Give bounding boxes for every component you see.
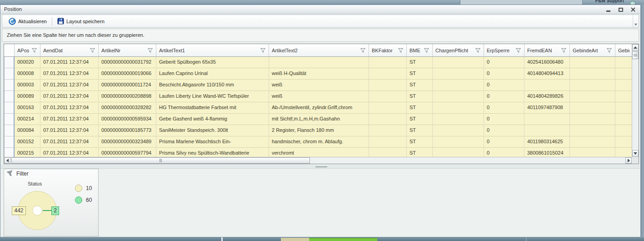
cell[interactable]: 07.01.2011 12:37:04 (40, 68, 99, 80)
cell[interactable]: ST (407, 136, 433, 148)
row-selector[interactable] (4, 136, 15, 148)
cell[interactable] (615, 125, 632, 136)
cell[interactable]: weiß H-Qualität (269, 68, 369, 80)
cell[interactable]: weiß (269, 91, 369, 102)
row-selector[interactable] (4, 91, 15, 102)
filter-icon[interactable] (90, 48, 95, 53)
cell[interactable]: Ab-/Umstellventil, zylindr.Griff,chrom (269, 102, 369, 114)
cell[interactable]: 4011980314625 (524, 136, 570, 148)
cell[interactable] (369, 136, 407, 148)
cell[interactable] (570, 91, 615, 102)
scroll-left-button[interactable] (4, 157, 10, 164)
cell[interactable]: 000000000000208898 (99, 91, 156, 102)
cell[interactable] (615, 136, 632, 148)
cell[interactable] (570, 57, 615, 68)
cell[interactable]: 000000000000595934 (99, 114, 156, 125)
horizontal-scrollbar[interactable] (4, 157, 632, 164)
cell[interactable]: Beschicht.Abgasrohr 110/150 mm (156, 80, 269, 91)
cell[interactable]: Prisma Marlene Waschtisch Ein- (156, 136, 269, 148)
cell[interactable] (433, 57, 484, 68)
column-header-erpsperre[interactable]: ErpSperre (484, 44, 524, 56)
cell[interactable]: 0 (484, 68, 524, 80)
column-header-bme[interactable]: BME (407, 44, 433, 56)
cell[interactable]: ST (407, 80, 433, 91)
horizontal-splitter[interactable] (0, 165, 640, 168)
row-selector[interactable] (4, 148, 15, 158)
legend-item-status-10[interactable]: 10 (75, 185, 92, 192)
cell[interactable]: ST (407, 68, 433, 80)
column-header-artikelnr[interactable]: ArtikelNr (99, 44, 156, 56)
cell[interactable]: 000215 (15, 148, 40, 158)
vertical-scroll-thumb[interactable] (632, 51, 639, 59)
cell[interactable]: SaniMeister Standspeich. 300lt (156, 125, 269, 136)
row-selector[interactable] (4, 114, 15, 125)
scroll-down-button[interactable] (632, 150, 639, 157)
cell[interactable] (369, 80, 407, 91)
cell[interactable]: 0 (484, 80, 524, 91)
cell[interactable]: 07.01.2011 12:37:04 (40, 57, 99, 68)
cell[interactable]: Prisma Silvy neu Spültisch-Wandbatterie (156, 148, 269, 158)
table-row[interactable]: 00021407.01.2011 12:37:04000000000000595… (4, 114, 632, 125)
filter-icon[interactable] (398, 48, 404, 53)
cell[interactable] (369, 68, 407, 80)
filter-icon[interactable] (147, 48, 153, 53)
cell[interactable]: 0 (484, 125, 524, 136)
cell[interactable]: 3800861015024 (524, 148, 570, 158)
filter-icon[interactable] (424, 48, 429, 53)
cell[interactable]: weiß (269, 80, 369, 91)
cell[interactable]: ST (407, 91, 433, 102)
cell[interactable] (433, 68, 484, 80)
cell[interactable] (369, 91, 407, 102)
table-row[interactable]: 00000807.01.2011 12:37:04000000000000019… (4, 68, 632, 80)
cell[interactable] (433, 136, 484, 148)
cell[interactable] (570, 148, 615, 158)
cell[interactable]: ST (407, 125, 433, 136)
filter-icon[interactable] (260, 48, 266, 53)
cell[interactable]: handmischer, chrom m. Ablaufg. (269, 136, 369, 148)
cell[interactable]: 0 (484, 114, 524, 125)
cell[interactable] (570, 68, 615, 80)
group-by-panel[interactable]: Ziehen Sie eine Spalte hier her um nach … (2, 29, 639, 42)
table-row[interactable]: 00016307.01.2011 12:37:04000000000000328… (4, 102, 632, 114)
cell[interactable] (570, 136, 615, 148)
filter-icon[interactable] (31, 48, 37, 53)
cell[interactable]: 4011097487908 (524, 102, 570, 114)
cell[interactable]: 000152 (15, 136, 40, 148)
row-selector[interactable] (4, 125, 15, 136)
cell[interactable]: 4014804289826 (524, 91, 570, 102)
cell[interactable] (433, 80, 484, 91)
row-selector[interactable] (4, 102, 15, 114)
cell[interactable]: 000003 (15, 80, 40, 91)
cell[interactable]: 000084 (15, 125, 40, 136)
cell[interactable] (369, 102, 407, 114)
horizontal-scroll-thumb[interactable] (11, 157, 310, 164)
cell[interactable] (615, 68, 632, 80)
cell[interactable]: 2 Register, Flansch 180 mm (269, 125, 369, 136)
cell[interactable]: ST (407, 114, 433, 125)
column-header-artikeltext2[interactable]: ArtikelText2 (269, 44, 369, 56)
legend-item-status-60[interactable]: 60 (75, 196, 92, 204)
cell[interactable]: 000000000000597794 (99, 148, 156, 158)
cell[interactable] (570, 125, 615, 136)
column-header-gebindeart[interactable]: GebindeArt (570, 44, 615, 56)
row-selector[interactable] (4, 57, 15, 68)
row-selector[interactable] (4, 80, 15, 91)
column-header-chargenpflicht[interactable]: ChargenPflicht (433, 44, 484, 56)
cell[interactable]: HG Thermostatbatterie Farbset mit (156, 102, 269, 114)
cell[interactable]: 07.01.2011 12:37:04 (40, 80, 99, 91)
column-header-bkfaktor[interactable]: BKFaktor (369, 44, 407, 56)
cell[interactable]: 0 (484, 57, 524, 68)
scroll-up-button[interactable] (632, 44, 639, 51)
close-button[interactable] (630, 7, 636, 12)
filter-icon[interactable] (515, 48, 521, 53)
column-header-apos[interactable]: APos (15, 44, 40, 56)
cell[interactable]: 000000000000328282 (99, 102, 156, 114)
cell[interactable] (524, 114, 570, 125)
cell[interactable]: Laufen Liberty Line Wand-WC Tiefspüler (156, 91, 269, 102)
cell[interactable]: 000008 (15, 68, 40, 80)
cell[interactable]: Laufen Caprino Urinal (156, 68, 269, 80)
cell[interactable]: ST (407, 57, 433, 68)
cell[interactable] (524, 80, 570, 91)
cell[interactable]: Geberit Spülbogen 65x35 (156, 57, 269, 68)
filter-icon[interactable] (475, 48, 481, 53)
